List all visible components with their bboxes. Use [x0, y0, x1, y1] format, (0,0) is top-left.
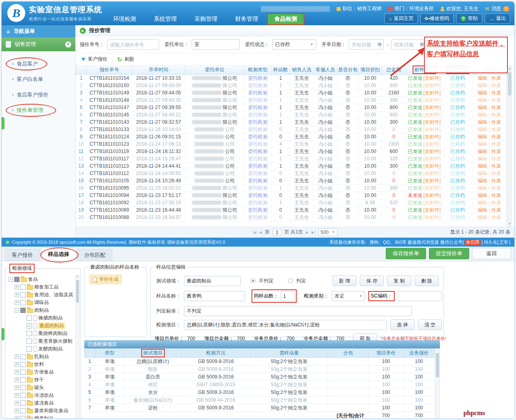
quote-table-row[interactable]: 12CTTB18110101172018-11-24 15:26:47公司委托检… [76, 155, 507, 162]
checkbox-empty-icon[interactable] [20, 284, 26, 290]
void-link[interactable]: 作废 [491, 156, 501, 162]
edit-link[interactable]: 编辑 [478, 134, 488, 140]
send-mail-link[interactable]: [发邮件] [423, 127, 441, 132]
checkbox-empty-icon[interactable] [20, 416, 26, 419]
send-mail-link[interactable]: [发邮件] [423, 105, 441, 110]
checkbox-partial-icon[interactable] [20, 308, 26, 313]
send-mail-link[interactable]: [发邮件] [423, 149, 441, 154]
void-link[interactable]: 作废 [491, 207, 501, 213]
collapse-handle[interactable] [2, 328, 4, 340]
edit-link[interactable]: 编辑 [478, 119, 488, 125]
void-link[interactable]: 作废 [491, 127, 501, 132]
tree-node[interactable]: 腌腊肉制品 [8, 314, 73, 322]
void-link[interactable]: 作废 [491, 141, 501, 147]
header-button-help[interactable]: ?帮助 [456, 13, 482, 24]
quote-table-row[interactable]: 8CTTB18110101332018-11-26 15:14:03公司委托检测… [76, 126, 507, 133]
checkbox-empty-icon[interactable] [20, 385, 26, 390]
edit-link[interactable]: 编辑 [478, 112, 488, 118]
tree-node[interactable]: +方便食品 [8, 368, 73, 376]
selected-items-scrollbar[interactable] [435, 348, 440, 419]
checkbox-empty-icon[interactable] [20, 393, 26, 398]
selected-item-row[interactable]: 3单项蛋白质GB 5009.5-201650g;2个独立包装100100 [85, 373, 435, 381]
test-area-input[interactable] [184, 276, 241, 286]
sc-code-input[interactable] [398, 291, 442, 301]
void-link[interactable]: 作废 [491, 178, 501, 184]
tree-node[interactable]: +饼干 [8, 376, 73, 384]
void-link[interactable]: 作废 [491, 200, 501, 206]
edit-link[interactable]: 编辑 [478, 83, 488, 88]
edit-link[interactable]: 编辑 [478, 163, 488, 169]
status-select[interactable]: 已存档 ▼ [272, 39, 316, 50]
void-link[interactable]: 作废 [491, 214, 501, 220]
selected-item-row[interactable]: 5单项水分GB 5009.3-201650g;2个独立包装100100 [85, 389, 435, 396]
nav-tab-finance[interactable]: 财务管理 [226, 13, 267, 25]
collapse-icon[interactable]: − [9, 277, 13, 282]
tab-subcontract-match[interactable]: 分包匹配 [77, 249, 112, 261]
delete-button[interactable]: 删 除 [415, 276, 439, 286]
edit-link[interactable]: 编辑 [478, 207, 488, 213]
checkbox-checked-icon[interactable]: ✓ [26, 323, 32, 328]
quote-table-row[interactable]: 2CTTB18110101502018-11-27 09:45:00限公司委托检… [76, 82, 507, 89]
send-mail-link[interactable]: [发邮件] [423, 207, 441, 213]
scrollbar-thumb[interactable] [508, 72, 512, 96]
tree-node[interactable]: +罐头 [8, 384, 73, 392]
sidebar-item-quote-management[interactable]: 报价单管理 [2, 103, 75, 118]
expand-icon[interactable]: + [15, 385, 19, 390]
void-link[interactable]: 作废 [491, 185, 501, 191]
edit-link[interactable]: 编辑 [478, 90, 488, 96]
checkbox-empty-icon[interactable] [20, 370, 26, 375]
send-mail-link[interactable]: [发邮件] [423, 214, 441, 220]
tree-node[interactable]: 熏烧烤肉制品 [8, 330, 73, 337]
expand-icon[interactable]: + [15, 378, 19, 382]
expand-icon[interactable]: + [15, 293, 19, 297]
sidebar-item-food-customer[interactable]: 食品客户 [2, 56, 75, 72]
nav-tab-food[interactable]: 食品检测 [267, 13, 304, 25]
quote-table-row[interactable]: 1CTTB18110101542018-11-27 10:33:15限公司委托检… [76, 74, 507, 82]
send-mail-link[interactable]: [发邮件] [423, 185, 441, 191]
sidebar-item-food-customer-quote[interactable]: 食品客户报价 [2, 87, 75, 103]
tree-node[interactable]: 熏煮香肠火腿制 [8, 337, 73, 345]
send-mail-link[interactable]: [发邮件] [423, 97, 441, 103]
expand-icon[interactable]: + [15, 300, 19, 305]
quote-table-row[interactable]: 10CTTB18110101232018-11-24 17:06:13公司委托检… [76, 140, 507, 148]
void-link[interactable]: 作废 [491, 75, 501, 81]
quote-table-row[interactable]: 14CTTB18110101122018-11-24 14:38:50公司委托检… [76, 170, 507, 177]
void-link[interactable]: 作废 [491, 90, 501, 96]
collapse-icon[interactable]: − [15, 308, 19, 313]
test-category-select[interactable]: 发证 ▼ [332, 291, 365, 301]
tree-node[interactable]: +饮料 [8, 361, 73, 368]
page-number-input[interactable]: 1 [273, 229, 282, 236]
refresh-button[interactable]: ↻ 刷新 [117, 56, 134, 63]
selected-item-row[interactable]: 6单项氯化物(以NaCl计)GB 5009.44-201650g;2个独立包装1… [85, 396, 435, 404]
nav-tab-env[interactable]: 环境检测 [104, 13, 145, 25]
quote-table-row[interactable]: 13CTTB18110101132018-11-24 14:44:41公司委托检… [76, 162, 507, 170]
void-link[interactable]: 作废 [491, 119, 501, 125]
checkbox-empty-icon[interactable] [26, 346, 32, 352]
edit-link[interactable]: 编辑 [478, 156, 488, 162]
nav-tab-purchase[interactable]: 采购管理 [186, 13, 226, 25]
calendar-icon[interactable]: ▦ [378, 42, 382, 46]
checkbox-partial-icon[interactable] [14, 277, 20, 282]
send-mail-link[interactable]: [发邮件] [423, 178, 441, 184]
judge-standard-input[interactable] [184, 306, 412, 316]
void-link[interactable]: 作废 [491, 134, 501, 140]
send-mail-link[interactable]: [发邮件] [423, 90, 441, 96]
checkbox-empty-icon[interactable] [20, 362, 26, 367]
send-mail-link[interactable]: [发邮件] [423, 200, 441, 206]
edit-link[interactable]: 编辑 [478, 192, 488, 198]
void-link[interactable]: 作废 [491, 192, 501, 198]
expand-icon[interactable]: + [15, 416, 19, 419]
send-mail-link[interactable]: [发邮件] [423, 192, 441, 198]
edit-link[interactable]: 编辑 [478, 75, 488, 81]
void-link[interactable]: 作废 [491, 171, 501, 176]
selected-item-row[interactable]: 1单项总糖(以蔗糖计)GB 5009.8-201650g;2个独立包装10010… [85, 358, 435, 365]
send-mail-link[interactable]: [发邮件] [423, 112, 441, 118]
edit-link[interactable]: 编辑 [478, 149, 488, 154]
scrollbar-thumb[interactable] [436, 353, 439, 377]
submit-quote-button[interactable]: 提交报价单 [429, 248, 469, 259]
send-mail-link[interactable]: [发邮件] [423, 163, 441, 169]
prev-page-icon[interactable]: ◀ [259, 230, 262, 234]
checkbox-empty-icon[interactable] [20, 354, 26, 359]
scrollbar-thumb[interactable] [76, 280, 79, 303]
quote-table-row[interactable]: 4CTTB18110101482018-11-27 09:43:30限公司委托检… [76, 96, 507, 104]
